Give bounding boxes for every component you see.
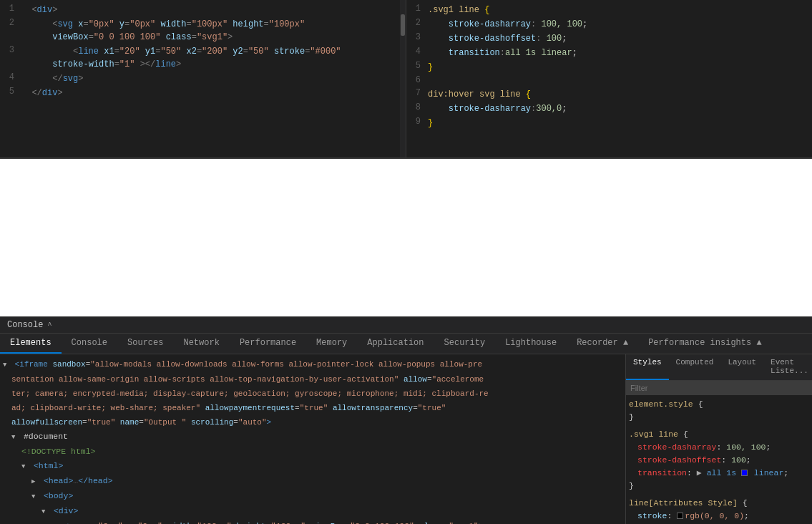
code-line-1: 1 <div>: [0, 3, 406, 17]
css-line-2: 2 stroke-dasharray: 100, 100;: [406, 17, 812, 31]
line-number: 2: [0, 18, 21, 28]
line-content: }: [428, 61, 812, 74]
devtools-panel: Console ^ Elements Console Sources Netwo…: [0, 316, 812, 322]
css-line-9: 9 }: [406, 116, 812, 130]
code-line-2: 2 <svg x="0px" y="0px" width="100px" hei…: [0, 17, 406, 44]
line-number: 6: [406, 75, 428, 85]
line-content: stroke-dashoffset: 100;: [428, 32, 812, 45]
line-number: 3: [0, 45, 21, 55]
code-line-5: 5 </div>: [0, 86, 406, 100]
collapse-icon[interactable]: ^: [47, 321, 52, 323]
editor-area: 1 <div> 2 <svg x="0px" y="0px" width="10…: [0, 0, 812, 157]
line-content: </svg>: [21, 72, 406, 85]
css-line-5: 5 }: [406, 60, 812, 74]
line-content: transition:all 1s linear;: [428, 47, 812, 59]
editor-scrollbar[interactable]: [400, 0, 406, 157]
line-content: div:hover svg line {: [428, 88, 812, 101]
line-content: .svg1 line {: [428, 4, 812, 16]
scrollbar-thumb: [401, 14, 405, 36]
line-number: 4: [0, 72, 21, 82]
css-line-1: 1 .svg1 line {: [406, 3, 812, 17]
line-number: 5: [406, 61, 428, 71]
line-content: stroke-dasharray: 100, 100;: [428, 18, 812, 31]
line-number: 7: [406, 88, 428, 98]
line-number: 5: [0, 87, 21, 97]
preview-area: [0, 157, 812, 322]
css-editor-pane[interactable]: 1 .svg1 line { 2 stroke-dasharray: 100, …: [406, 0, 812, 157]
code-line-4: 4 </svg>: [0, 72, 406, 86]
html-editor-pane[interactable]: 1 <div> 2 <svg x="0px" y="0px" width="10…: [0, 0, 406, 157]
line-content: <line x1="20" y1="50" x2="200" y2="50" s…: [21, 45, 406, 71]
css-line-6: 6: [406, 74, 812, 87]
line-number: 4: [406, 47, 428, 57]
css-line-3: 3 stroke-dashoffset: 100;: [406, 31, 812, 46]
css-line-4: 4 transition:all 1s linear;: [406, 46, 812, 60]
line-number: 8: [406, 102, 428, 112]
line-number: 1: [0, 4, 21, 14]
line-content: <div>: [21, 4, 406, 16]
devtools-titlebar: Console ^: [0, 317, 812, 322]
code-line-3: 3 <line x1="20" y1="50" x2="200" y2="50"…: [0, 44, 406, 72]
line-content: <svg x="0px" y="0px" width="100px" heigh…: [21, 18, 406, 44]
css-line-7: 7 div:hover svg line {: [406, 87, 812, 102]
line-number: 9: [406, 117, 428, 127]
css-line-8: 8 stroke-dasharray:300,0;: [406, 102, 812, 116]
line-number: 2: [406, 18, 428, 28]
line-number: 1: [406, 4, 428, 14]
line-content: </div>: [21, 87, 406, 100]
devtools-title: Console: [7, 320, 43, 322]
line-content: stroke-dasharray:300,0;: [428, 102, 812, 115]
line-content: }: [428, 117, 812, 130]
line-number: 3: [406, 32, 428, 42]
